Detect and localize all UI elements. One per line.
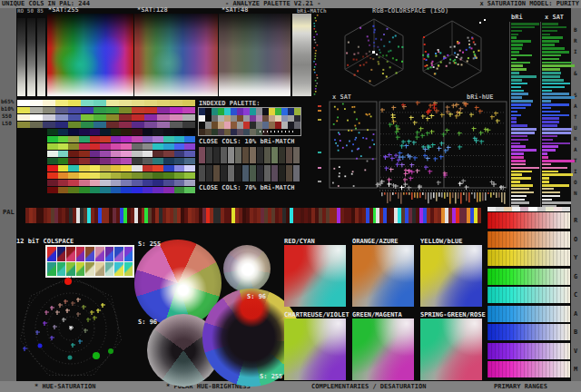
bri-bar [511,54,532,57]
ramp-swatch [100,180,111,186]
ramp-swatch [90,143,101,150]
bri-bar [511,191,534,194]
ramp-swatch [184,129,195,135]
palette-cell [269,122,275,129]
palette-cell [250,108,256,115]
ramp-swatch [174,172,185,179]
palette-cell [218,129,224,136]
colspace-tile [124,247,133,261]
close-col-swatch [293,147,300,163]
ramp-swatch [111,180,122,186]
mini-stripe [520,207,528,211]
side-label-char: U [574,125,577,131]
ramp-swatch [121,165,132,172]
footer-bar: * HUE-SATURATION * POLAR HUE-BRIGHTNESS … [0,381,581,392]
palette-cell [243,122,250,129]
side-label-char: & [574,71,577,76]
ramp-swatch [81,114,94,121]
bri-bar [511,177,531,180]
sat-bar [542,152,547,155]
ramp-swatch [174,158,185,164]
ramp-swatch [143,143,153,150]
ramp-swatch [55,122,68,128]
close-cols-70-label[interactable]: CLOSE COLS: 70% bRi-MATCH [199,185,294,191]
sat-bar [542,62,572,64]
mini-stripe [487,207,496,211]
sat-map-255-label[interactable]: *SAT:255 [48,7,79,14]
bri-bar [511,107,526,110]
ramp-swatch [174,180,185,186]
sat-bar [542,184,569,187]
palette-cell [256,115,262,122]
side-label-char: R [574,38,577,44]
colspace-tile [105,247,114,261]
bri-bar [511,83,527,85]
ramp-swatch [153,136,163,142]
hue-map-sat-128 [134,14,218,96]
sat-bar [542,23,558,25]
ramp-swatch [94,100,106,106]
ramp-swatch [68,172,79,179]
bri-bar [511,93,528,95]
close-col-swatch [206,147,212,163]
ramp-swatch [153,187,163,193]
ramp-swatch [47,187,58,193]
ramp-row [47,165,195,172]
tab-hue-saturation[interactable]: * HUE-SATURATION [34,384,95,390]
ramp-swatch [132,129,143,135]
ramp-swatch [30,122,43,128]
bri-bar [511,40,531,43]
ramp-swatch [58,143,69,150]
ramp-swatch [157,100,170,106]
ramp-swatch [184,165,195,172]
ramp-swatch [153,158,163,164]
close-cols-10-label[interactable]: CLOSE COLS: 10% bRi-MATCH [199,139,294,145]
scatter-sat-header[interactable]: x SAT [332,94,351,101]
ramp-swatch [153,129,163,135]
bri-bar [511,188,529,191]
close-col-swatch [250,165,256,181]
colspace-tile [124,262,133,277]
tab-complementaries[interactable]: COMPLEMENTARIES / DESATURATION [311,384,426,390]
ramp-swatch [68,158,79,164]
saturation-model-toggle[interactable]: x SATURATION MODEL: PURITY [479,1,579,7]
bri-bar [511,62,530,64]
bri-bar [511,114,521,117]
ramp-swatch [68,180,79,186]
palette-cell [212,115,218,122]
ramp-swatch [100,136,111,142]
colspace-tile [47,247,56,261]
ramp-swatch [58,136,69,142]
bri-bar [511,23,539,25]
ramp-row [47,187,195,193]
bars-sat-header[interactable]: x SAT [545,15,564,21]
ramp-swatch [157,114,170,121]
colspace-tile [95,262,104,277]
close-col-swatch [279,147,285,163]
ramp-swatch [43,100,55,106]
primary-range-letter: G [574,274,577,280]
palette-cell [294,108,300,115]
sat-map-128-label[interactable]: *SAT:128 [137,7,168,14]
ramp-swatch [132,165,143,172]
palette-cell [205,108,212,115]
close-col-swatch [228,147,234,163]
ramp-swatch [17,114,30,121]
bri-bar [511,90,524,93]
ramp-swatch [106,107,119,113]
primary-range-letter: V [574,348,577,355]
tab-primary-ranges[interactable]: PRIMARY RANGES [494,384,547,390]
sat-map-48-label[interactable]: *SAT:48 [222,7,249,14]
analyze-palette-app: UNIQUE COLS IN PAL: 244 - ANALYZE PALETT… [0,0,581,392]
sat-bar [542,51,569,54]
ramp-swatch [170,107,182,113]
ramp-swatch [121,136,132,142]
side-label-char: I [574,49,577,54]
colspace-tile [57,247,66,261]
ramp-swatch [157,122,170,128]
primary-range-letter: B [574,329,577,336]
bri-bar [511,51,519,54]
ramp-swatch [94,122,106,128]
palette-cell [237,108,243,115]
palette-cell [275,108,281,115]
